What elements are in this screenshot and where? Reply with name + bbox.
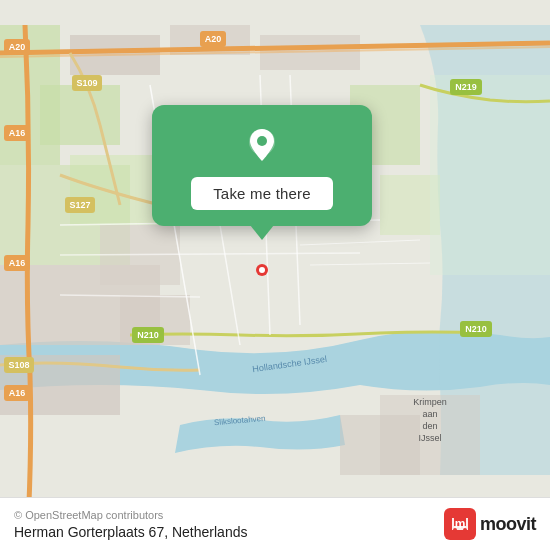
svg-text:S108: S108 — [8, 360, 29, 370]
svg-rect-7 — [430, 75, 550, 275]
svg-text:IJssel: IJssel — [418, 433, 441, 443]
moovit-brand-icon: m — [444, 508, 476, 540]
svg-text:A16: A16 — [9, 388, 26, 398]
svg-text:A16: A16 — [9, 128, 26, 138]
svg-point-57 — [259, 267, 265, 273]
moovit-label: moovit — [480, 514, 536, 535]
location-popup: Take me there — [152, 105, 372, 226]
svg-text:S109: S109 — [76, 78, 97, 88]
svg-rect-2 — [40, 85, 120, 145]
svg-text:den: den — [422, 421, 437, 431]
map-background: A20 A20 S109 S127 A16 A16 A16 S108 N219 … — [0, 0, 550, 550]
svg-text:N219: N219 — [455, 82, 477, 92]
svg-text:Krimpen: Krimpen — [413, 397, 447, 407]
svg-point-60 — [257, 136, 267, 146]
svg-text:m: m — [455, 517, 466, 531]
address-text: Herman Gorterplaats 67, Netherlands — [14, 524, 247, 540]
svg-text:A20: A20 — [205, 34, 222, 44]
take-me-there-button[interactable]: Take me there — [191, 177, 333, 210]
svg-text:N210: N210 — [137, 330, 159, 340]
svg-text:aan: aan — [422, 409, 437, 419]
svg-text:N210: N210 — [465, 324, 487, 334]
map-pin-icon — [240, 123, 284, 167]
svg-rect-16 — [340, 415, 420, 475]
map-container: A20 A20 S109 S127 A16 A16 A16 S108 N219 … — [0, 0, 550, 550]
bottom-bar: © OpenStreetMap contributors Herman Gort… — [0, 497, 550, 550]
moovit-logo: m moovit — [444, 508, 536, 540]
svg-text:A20: A20 — [9, 42, 26, 52]
svg-text:A16: A16 — [9, 258, 26, 268]
address-section: © OpenStreetMap contributors Herman Gort… — [14, 509, 247, 540]
copyright-text: © OpenStreetMap contributors — [14, 509, 247, 521]
svg-text:S127: S127 — [69, 200, 90, 210]
